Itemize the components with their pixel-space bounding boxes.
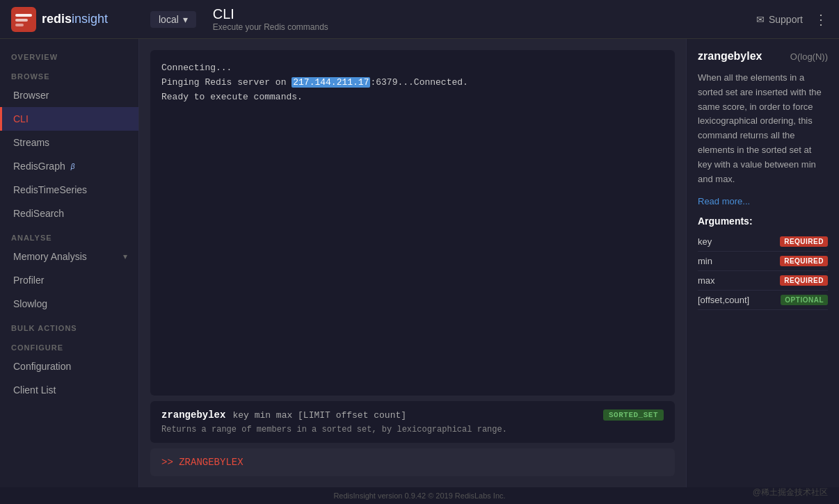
- arg-name-key: key: [698, 236, 712, 247]
- cli-output-line2: Pinging Redis server on 217.144.211.17:6…: [161, 76, 664, 90]
- arg-row-min: min REQUIRED: [698, 252, 828, 271]
- sidebar-item-memory-analysis[interactable]: Memory Analysis ▾: [0, 245, 138, 268]
- cli-output[interactable]: Connecting... Pinging Redis server on 21…: [150, 50, 675, 396]
- cmd-name: zrangebylex: [698, 50, 762, 63]
- header: redisinsight local ▾ CLI Execute your Re…: [0, 0, 839, 39]
- chevron-down-icon: ▾: [183, 14, 188, 25]
- arg-row-max: max REQUIRED: [698, 271, 828, 291]
- sidebar-item-browser[interactable]: Browser: [0, 83, 138, 107]
- cli-command-name: zrangebylex: [161, 409, 225, 421]
- cmd-description: When all the elements in a sorted set ar…: [698, 71, 828, 186]
- arg-row-offset-count: [offset,count] OPTIONAL: [698, 291, 828, 310]
- right-panel: zrangebylex O(log(N)) When all the eleme…: [686, 39, 839, 487]
- footer-watermark: @稀土掘金技术社区: [753, 487, 828, 498]
- arg-name-offset-count: [offset,count]: [698, 295, 749, 305]
- sidebar-item-label: Slowlog: [13, 298, 47, 309]
- cli-panel: Connecting... Pinging Redis server on 21…: [139, 39, 686, 487]
- sidebar-item-cli[interactable]: CLI: [0, 107, 138, 131]
- content-area: Connecting... Pinging Redis server on 21…: [139, 39, 839, 487]
- cmd-complexity: O(log(N)): [790, 51, 828, 62]
- redis-logo-icon: [11, 7, 36, 32]
- arg-row-key: key REQUIRED: [698, 232, 828, 252]
- header-actions: ✉ Support ⋮: [756, 11, 828, 28]
- cli-command-badge: SORTED_SET: [603, 409, 664, 421]
- sidebar-item-slowlog[interactable]: Slowlog: [0, 292, 138, 316]
- sidebar-section-browse: BROWSE: [0, 64, 138, 83]
- cli-command-args: key min max [LIMIT offset count]: [232, 410, 406, 421]
- sidebar-item-client-list[interactable]: Client List: [0, 378, 138, 402]
- cli-ip-highlight: 217.144.211.17: [291, 77, 370, 88]
- sidebar-item-redisgraph[interactable]: RedisGraph β: [0, 154, 138, 178]
- logo-area: redisinsight: [11, 7, 150, 32]
- cli-input-area[interactable]: zrangebylex key min max [LIMIT offset co…: [150, 401, 675, 443]
- logo-insight: insight: [72, 12, 108, 26]
- arg-name-min: min: [698, 256, 712, 266]
- sidebar-item-streams[interactable]: Streams: [0, 131, 138, 154]
- logo-text: redisinsight: [42, 12, 108, 26]
- support-label: Support: [769, 14, 803, 25]
- footer-text: RedisInsight version 0.9.42 © 2019 Redis…: [333, 491, 505, 500]
- connection-selector[interactable]: local ▾: [150, 11, 196, 28]
- expand-icon: ▾: [123, 252, 127, 261]
- cli-prompt-row[interactable]: >> ZRANGEBYLEX: [150, 448, 675, 476]
- sidebar-item-redistimeseries[interactable]: RedisTimeSeries: [0, 178, 138, 202]
- arg-name-max: max: [698, 275, 715, 286]
- cli-output-line3: Ready to execute commands.: [161, 90, 664, 105]
- svg-rect-1: [15, 14, 32, 17]
- main-layout: OVERVIEW BROWSE Browser CLI Streams Redi…: [0, 39, 839, 487]
- page-title-area: CLI Execute your Redis commands: [213, 6, 756, 32]
- cli-prefix: Pinging Redis server on: [161, 77, 291, 88]
- connection-name: local: [159, 14, 179, 25]
- sidebar-section-analyse: ANALYSE: [0, 225, 138, 245]
- sidebar-item-label: Memory Analysis: [13, 251, 87, 262]
- more-options-button[interactable]: ⋮: [814, 11, 828, 28]
- cli-prompt-text: >> ZRANGEBYLEX: [161, 457, 243, 468]
- arguments-label: Arguments:: [698, 216, 828, 227]
- arg-badge-min: REQUIRED: [780, 256, 828, 266]
- support-button[interactable]: ✉ Support: [756, 14, 803, 25]
- logo-redis: redis: [42, 12, 72, 26]
- cli-suffix: :6379...Connected.: [370, 77, 468, 88]
- read-more-link[interactable]: Read more...: [698, 196, 750, 206]
- sidebar-item-label: CLI: [13, 113, 29, 124]
- sidebar-item-configuration[interactable]: Configuration: [0, 355, 138, 378]
- arg-badge-offset-count: OPTIONAL: [781, 295, 828, 305]
- right-panel-header: zrangebylex O(log(N)): [698, 50, 828, 63]
- sidebar-item-label: Client List: [13, 384, 56, 396]
- sidebar-item-redisearch[interactable]: RediSearch: [0, 202, 138, 225]
- sidebar-item-profiler[interactable]: Profiler: [0, 268, 138, 292]
- sidebar-section-configure: CONFIGURE: [0, 335, 138, 355]
- arg-badge-max: REQUIRED: [780, 275, 828, 286]
- sidebar-section-overview: OVERVIEW: [0, 44, 138, 64]
- sidebar-item-label: RedisGraph: [13, 161, 65, 172]
- arg-badge-key: REQUIRED: [780, 236, 828, 247]
- page-subtitle: Execute your Redis commands: [213, 22, 756, 32]
- sidebar-item-label: Browser: [13, 90, 49, 101]
- sidebar: OVERVIEW BROWSE Browser CLI Streams Redi…: [0, 39, 139, 487]
- cli-description: Returns a range of members in a sorted s…: [161, 425, 664, 434]
- sidebar-item-label: Profiler: [13, 275, 44, 286]
- footer: RedisInsight version 0.9.42 © 2019 Redis…: [0, 487, 839, 504]
- beta-badge: β: [71, 163, 75, 170]
- cli-command-row: zrangebylex key min max [LIMIT offset co…: [161, 409, 664, 421]
- sidebar-item-label: Configuration: [13, 361, 71, 372]
- cli-output-line1: Connecting...: [161, 61, 664, 76]
- envelope-icon: ✉: [756, 14, 765, 25]
- page-title: CLI: [213, 6, 756, 22]
- sidebar-section-bulk-actions: BULK ACTIONS: [0, 316, 138, 335]
- svg-rect-3: [15, 24, 24, 26]
- sidebar-item-label: RediSearch: [13, 208, 64, 219]
- sidebar-item-label: Streams: [13, 137, 49, 148]
- sidebar-item-label: RedisTimeSeries: [13, 184, 87, 195]
- svg-rect-2: [15, 19, 28, 22]
